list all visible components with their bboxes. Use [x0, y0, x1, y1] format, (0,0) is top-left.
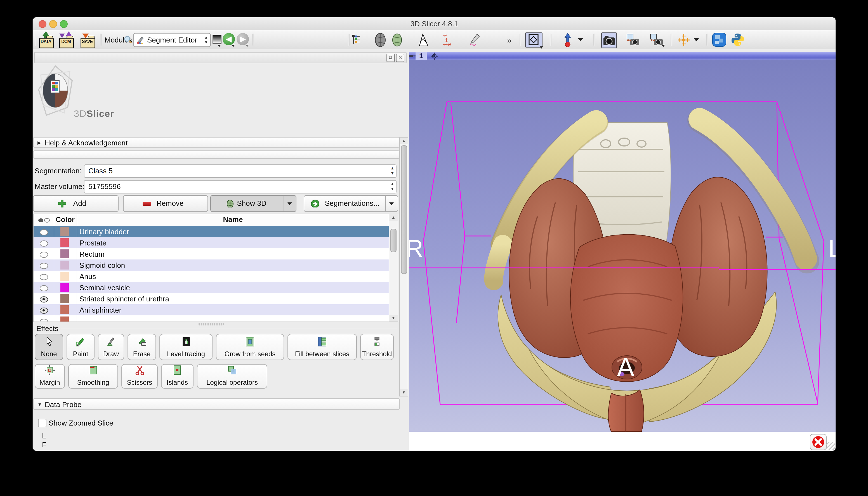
effect-button-threshold[interactable]: Threshold — [360, 334, 394, 360]
effect-button-logical[interactable]: Logical operators — [197, 364, 267, 389]
combo-spinner[interactable]: ▲▼ — [204, 35, 208, 45]
segment-color-swatch[interactable] — [60, 227, 69, 236]
back-dropdown-arrow[interactable] — [232, 45, 235, 47]
fiducial-points-icon[interactable]: ✳ ✳✳✳ — [443, 33, 455, 46]
save-button[interactable]: SAVE — [80, 32, 96, 48]
effect-button-margin[interactable]: Margin — [35, 364, 65, 389]
table-row[interactable] — [34, 315, 389, 322]
segment-color-swatch[interactable] — [60, 305, 69, 314]
effect-button-scissors[interactable]: Scissors — [121, 364, 158, 389]
effect-button-grow[interactable]: Grow from seeds — [216, 334, 284, 360]
segment-color-swatch[interactable] — [60, 294, 69, 303]
segment-table-scrollbar[interactable]: ▲ ▼ — [389, 214, 398, 322]
eye-closed-icon[interactable] — [40, 274, 48, 280]
effect-button-smoothing[interactable]: Smoothing — [68, 364, 118, 389]
help-acknowledgement-section[interactable]: ▶ Help & Acknowledgement — [33, 137, 400, 148]
effect-button-fill[interactable]: Fill between slices — [288, 334, 357, 360]
annotation-pen-icon[interactable] — [469, 33, 480, 46]
threed-canvas[interactable]: R A L — [409, 60, 836, 432]
scene-view-capture-icon[interactable] — [626, 33, 640, 48]
visibility-column-icon[interactable] — [38, 218, 50, 223]
segment-color-swatch[interactable] — [60, 261, 69, 269]
show-zoomed-slice-checkbox[interactable] — [38, 419, 46, 427]
table-row[interactable]: Striated sphincter of urethra — [34, 293, 389, 304]
scene-view-restore-icon[interactable] — [649, 33, 663, 48]
load-data-button[interactable]: DATA — [38, 32, 54, 48]
collapsed-section-bar[interactable] — [33, 151, 400, 159]
eye-closed-icon[interactable] — [40, 263, 48, 269]
view-crosshair-icon[interactable] — [431, 52, 438, 60]
subject-hierarchy-icon[interactable] — [352, 34, 361, 45]
close-view-button[interactable] — [810, 434, 827, 450]
undock-panel-icon[interactable]: ⧉ — [386, 54, 395, 62]
color-column-header[interactable]: Color — [54, 215, 77, 224]
segmentations-dropdown[interactable] — [385, 196, 398, 211]
eye-closed-icon[interactable] — [40, 319, 48, 322]
segment-color-swatch[interactable] — [60, 238, 69, 247]
eye-closed-icon[interactable] — [40, 241, 48, 247]
mesh-pyramid-icon[interactable] — [417, 33, 429, 46]
scroll-thumb[interactable] — [390, 229, 396, 252]
eye-closed-icon[interactable] — [40, 252, 48, 258]
master-volume-selector[interactable]: 51755596 ▲▼ — [84, 180, 397, 193]
segment-color-swatch[interactable] — [60, 283, 69, 292]
name-column-header[interactable]: Name — [77, 215, 389, 224]
forward-dropdown-arrow[interactable] — [246, 45, 249, 47]
table-row[interactable]: Seminal vesicle — [34, 282, 389, 293]
table-row[interactable]: Rectum — [34, 248, 389, 260]
view-label[interactable]: 1 — [416, 52, 427, 60]
table-row[interactable]: Urinary bladder — [34, 226, 389, 237]
eye-open-icon[interactable] — [40, 296, 48, 303]
close-panel-icon[interactable]: ✕ — [396, 54, 404, 62]
threed-view-titlebar[interactable]: 1 — [409, 52, 836, 60]
scroll-up-arrow[interactable]: ▲ — [400, 138, 408, 144]
panel-scrollbar[interactable]: ▲ ▼ — [399, 137, 408, 397]
segmentation-selector[interactable]: Class 5 ▲▼ — [84, 165, 397, 178]
load-dicom-button[interactable]: DCM — [59, 32, 74, 48]
scroll-thumb[interactable] — [401, 145, 407, 274]
show-3d-dropdown[interactable] — [283, 196, 296, 211]
panel-splitter-handle[interactable] — [199, 323, 224, 325]
data-probe-section[interactable]: ▼ Data Probe — [33, 398, 400, 410]
table-row[interactable]: Anus — [34, 270, 389, 282]
eye-closed-icon[interactable] — [40, 229, 48, 235]
segmentations-button[interactable]: Segmentations... — [304, 195, 398, 212]
combo-spinner[interactable]: ▲▼ — [390, 166, 394, 175]
segment-color-swatch[interactable] — [60, 272, 69, 281]
remove-segment-button[interactable]: Remove — [123, 195, 208, 212]
scroll-up-arrow[interactable]: ▲ — [389, 214, 398, 221]
history-dropdown-arrow[interactable] — [218, 45, 221, 47]
scene-view-dropdown-arrow[interactable] — [662, 45, 665, 47]
table-row[interactable]: Ani sphincter — [34, 304, 389, 315]
module-selector[interactable]: Segment Editor ▲▼ — [133, 33, 211, 47]
green-model-icon[interactable] — [391, 33, 403, 46]
screenshot-button[interactable] — [601, 32, 617, 48]
effect-button-islands[interactable]: Islands — [161, 364, 193, 389]
toolbar-overflow-chevron[interactable]: » — [507, 36, 512, 45]
eye-open-icon[interactable] — [40, 308, 48, 314]
effect-button-erase[interactable]: Erase — [127, 334, 156, 360]
panel-dock-titlebar[interactable]: ⧉ ✕ — [34, 52, 407, 63]
table-row[interactable]: Sigmoid colon — [34, 260, 389, 270]
layout-selector-button[interactable] — [525, 32, 542, 48]
eye-closed-icon[interactable] — [40, 285, 48, 291]
module-back-button[interactable]: ◀ — [222, 33, 235, 45]
mouse-mode-dropdown-arrow[interactable] — [578, 38, 583, 41]
gray-model-icon[interactable] — [374, 33, 386, 47]
add-segment-button[interactable]: Add — [33, 195, 119, 212]
effect-button-paint[interactable]: Paint — [66, 334, 94, 360]
python-console-icon[interactable] — [730, 32, 745, 47]
show-3d-button[interactable]: Show 3D — [210, 195, 296, 212]
effect-button-draw[interactable]: Draw — [98, 334, 124, 360]
table-row[interactable]: Prostate — [34, 237, 389, 248]
crosshair-dropdown-arrow[interactable] — [694, 38, 699, 41]
segment-color-swatch[interactable] — [60, 249, 69, 258]
effect-button-cursor[interactable]: None — [35, 334, 63, 360]
effect-button-level[interactable]: Level tracing — [159, 334, 213, 360]
module-search-icon[interactable] — [124, 35, 133, 44]
module-history-button[interactable] — [213, 35, 221, 44]
scroll-down-arrow[interactable]: ▼ — [400, 389, 408, 396]
extensions-manager-icon[interactable] — [712, 32, 727, 47]
module-forward-button[interactable]: ▶ — [236, 33, 249, 45]
pin-icon[interactable] — [409, 54, 416, 58]
